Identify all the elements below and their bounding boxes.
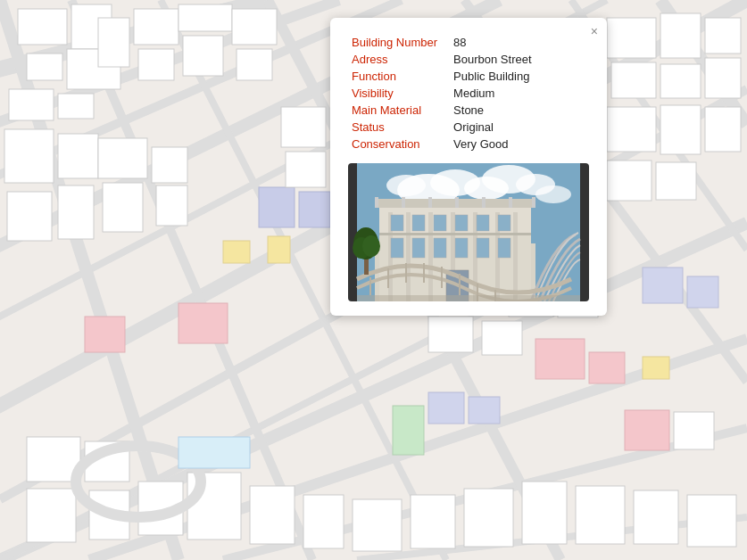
svg-rect-71 <box>656 162 696 200</box>
building-info-table: Building Number88AdressBourbon StreetFun… <box>348 34 589 152</box>
svg-rect-28 <box>138 49 174 80</box>
field-label: Building Number <box>348 34 450 51</box>
svg-rect-67 <box>607 107 656 152</box>
svg-rect-48 <box>259 187 295 227</box>
svg-rect-39 <box>152 147 187 183</box>
svg-rect-66 <box>705 58 741 98</box>
svg-rect-81 <box>411 495 455 548</box>
svg-rect-25 <box>58 94 94 119</box>
field-value: Bourbon Street <box>450 51 589 68</box>
svg-rect-53 <box>469 397 500 424</box>
svg-rect-134 <box>477 215 489 231</box>
svg-rect-30 <box>183 36 223 76</box>
svg-rect-51 <box>687 276 718 308</box>
field-value: Public Building <box>450 68 589 85</box>
building-image <box>348 163 589 301</box>
svg-point-154 <box>362 235 380 257</box>
field-label: Conservation <box>348 136 450 152</box>
svg-rect-141 <box>498 238 510 258</box>
svg-rect-24 <box>9 89 54 120</box>
svg-rect-82 <box>464 489 513 547</box>
svg-rect-130 <box>391 215 403 231</box>
field-value: Medium <box>450 85 589 102</box>
svg-rect-83 <box>522 482 567 544</box>
svg-rect-92 <box>178 437 250 468</box>
svg-point-109 <box>464 177 509 200</box>
svg-rect-155 <box>357 295 580 301</box>
svg-rect-85 <box>634 490 678 544</box>
svg-rect-62 <box>660 13 701 58</box>
svg-rect-41 <box>178 303 228 343</box>
svg-rect-69 <box>705 107 741 152</box>
svg-rect-37 <box>98 138 147 178</box>
svg-rect-55 <box>281 107 326 147</box>
field-value: Very Good <box>450 136 589 152</box>
svg-rect-42 <box>85 317 125 352</box>
svg-rect-89 <box>428 317 473 352</box>
building-image-wrapper <box>348 163 589 301</box>
field-label: Adress <box>348 51 450 68</box>
svg-rect-45 <box>223 241 250 263</box>
svg-rect-50 <box>643 268 683 303</box>
svg-rect-80 <box>353 499 402 551</box>
svg-rect-36 <box>58 185 94 239</box>
svg-rect-140 <box>477 238 489 258</box>
svg-rect-35 <box>7 192 52 241</box>
svg-rect-47 <box>643 357 669 379</box>
svg-rect-38 <box>103 183 143 232</box>
svg-rect-115 <box>375 197 378 208</box>
svg-point-106 <box>386 175 426 196</box>
svg-rect-129 <box>379 233 531 235</box>
svg-rect-84 <box>576 486 625 544</box>
svg-rect-56 <box>286 152 326 187</box>
table-row: AdressBourbon Street <box>348 51 589 68</box>
svg-rect-116 <box>532 197 535 208</box>
svg-rect-64 <box>611 62 656 98</box>
field-value: 88 <box>450 34 589 51</box>
table-row: FunctionPublic Building <box>348 68 589 85</box>
svg-rect-34 <box>58 134 98 178</box>
svg-rect-118 <box>428 197 432 208</box>
svg-rect-27 <box>134 9 178 45</box>
table-row: Main MaterialStone <box>348 102 589 119</box>
svg-rect-44 <box>589 352 625 383</box>
svg-rect-70 <box>607 161 652 201</box>
svg-rect-32 <box>237 49 272 80</box>
svg-rect-132 <box>434 215 446 231</box>
field-label: Status <box>348 119 450 136</box>
svg-rect-26 <box>98 18 129 67</box>
field-label: Function <box>348 68 450 85</box>
svg-rect-119 <box>455 197 459 208</box>
svg-rect-123 <box>406 212 411 301</box>
svg-rect-54 <box>393 406 424 455</box>
close-button[interactable]: × <box>591 25 598 37</box>
table-row: StatusOriginal <box>348 119 589 136</box>
field-label: Main Material <box>348 102 450 119</box>
svg-rect-29 <box>178 4 232 31</box>
svg-rect-63 <box>705 18 741 54</box>
svg-rect-78 <box>250 486 295 544</box>
svg-rect-86 <box>687 495 736 547</box>
field-value: Stone <box>450 102 589 119</box>
svg-rect-136 <box>391 238 403 258</box>
svg-rect-74 <box>27 489 76 542</box>
svg-rect-135 <box>498 215 510 231</box>
svg-rect-52 <box>428 392 464 424</box>
svg-rect-120 <box>482 197 486 208</box>
svg-rect-40 <box>156 185 187 226</box>
svg-rect-137 <box>412 238 425 258</box>
svg-point-110 <box>535 185 571 203</box>
svg-rect-90 <box>482 321 522 355</box>
svg-rect-65 <box>660 64 701 98</box>
svg-rect-20 <box>18 9 67 45</box>
table-row: VisibilityMedium <box>348 85 589 102</box>
svg-rect-139 <box>455 238 468 258</box>
svg-rect-102 <box>674 412 714 449</box>
svg-rect-138 <box>434 238 446 258</box>
svg-rect-79 <box>303 495 344 548</box>
svg-rect-33 <box>4 129 54 183</box>
svg-rect-31 <box>232 9 277 45</box>
field-label: Visibility <box>348 85 450 102</box>
svg-rect-121 <box>509 197 512 208</box>
svg-rect-61 <box>607 18 656 58</box>
